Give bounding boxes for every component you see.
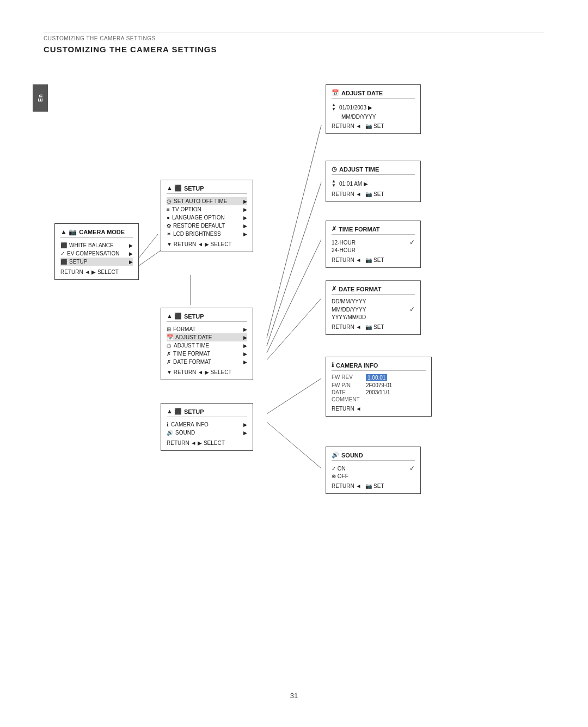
menu-item-setup[interactable]: ⬛ SETUP ▶	[60, 258, 133, 266]
ev-icon: ✓	[60, 251, 65, 256]
section-label: CUSTOMIZING THE CAMERA SETTINGS	[44, 35, 544, 41]
info-fwrev: FW REV 1.00.01	[332, 374, 426, 381]
check-12h: ✓	[409, 239, 415, 246]
menu-item-sound[interactable]: 🔊 SOUND ▶	[167, 429, 247, 437]
setup-icon-mid: ▲ ⬛	[167, 313, 182, 320]
popup-sound: 🔊 SOUND ✓ ON ✓ ⊗ OFF RETURN ◄ 📷 SET	[326, 447, 421, 494]
popup-adjust-time: ◷ ADJUST TIME ▲▼ 01:01 AM ▶ RETURN ◄ 📷 S…	[326, 161, 421, 202]
cal-icon: 📅	[167, 334, 173, 340]
datefmt-icon-popup: ✗	[332, 285, 336, 292]
fwpn-value: 2F0079-01	[366, 382, 392, 388]
popup-adjust-date: 📅 ADJUST DATE ▲▼ 01/01/2003 ▶ MM/DD/YYYY…	[326, 84, 421, 134]
menu-item-format[interactable]: ⊞ FORMAT ▶	[167, 325, 247, 333]
time-value: 01:01 AM ▶	[339, 181, 368, 187]
setup-icon-top: ▲ ⬛	[167, 185, 182, 192]
option-yyyymmdd[interactable]: YYYY/MM/DD	[332, 314, 415, 321]
sound-icon-menu: 🔊	[167, 430, 173, 436]
sound-title: 🔊 SOUND	[332, 451, 415, 461]
fwrev-value: 1.00.01	[366, 374, 387, 381]
side-tab: En	[33, 84, 48, 112]
top-rule	[44, 33, 544, 33]
info-icon-popup: ℹ	[332, 362, 334, 369]
setup-menu-top: ▲ ⬛ SETUP ◷ SET AUTO OFF TIME ▶ ≡ TV OPT…	[161, 180, 253, 252]
menu-item-autooff[interactable]: ◷ SET AUTO OFF TIME ▶	[167, 197, 247, 205]
menu-item-adjtime[interactable]: ◷ ADJUST TIME ▶	[167, 341, 247, 350]
popup-date-format: ✗ DATE FORMAT DD/MM/YYYY MM/DD/YYYY ✓ YY…	[326, 280, 421, 335]
lcd-icon: ✶	[167, 231, 171, 237]
setup-top-footer: ▼ RETURN ◄ ▶ SELECT	[167, 241, 247, 247]
option-12h[interactable]: 12-HOUR ✓	[332, 238, 415, 247]
setup-bot-footer: RETURN ◄ ▶ SELECT	[167, 440, 247, 446]
camera-info-title: ℹ CAMERA INFO	[332, 362, 426, 371]
info-date-value: 2003/11/1	[366, 389, 390, 395]
setup-mid-title: ▲ ⬛ SETUP	[167, 313, 247, 322]
menu-item-adjdate[interactable]: 📅 ADJUST DATE ▶	[167, 333, 247, 341]
menu-item-datefmt[interactable]: ✗ DATE FORMAT ▶	[167, 358, 247, 366]
timefmt-icon-popup: ✗	[332, 225, 336, 233]
info-comment: COMMENT	[332, 396, 426, 402]
option-24h[interactable]: 24-HOUR	[332, 247, 415, 254]
time-value-row: ▲▼ 01:01 AM ▶	[332, 179, 415, 188]
setup-top-title: ▲ ⬛ SETUP	[167, 185, 247, 194]
setup-icon-cam: ⬛	[60, 259, 67, 265]
clock-icon-popup: ◷	[332, 166, 337, 173]
menu-item-timefmt[interactable]: ✗ TIME FORMAT ▶	[167, 350, 247, 358]
camera-info-footer: RETURN ◄	[332, 406, 426, 412]
wb-icon: ⬛	[60, 242, 67, 248]
info-date: DATE 2003/11/1	[332, 389, 426, 395]
info-fwpn: FW P/N 2F0079-01	[332, 382, 426, 388]
date-format-footer: RETURN ◄ 📷 SET	[332, 324, 415, 330]
popup-time-format: ✗ TIME FORMAT 12-HOUR ✓ 24-HOUR RETURN ◄…	[326, 221, 421, 268]
option-on[interactable]: ✓ ON ✓	[332, 464, 415, 473]
menu-item-ev[interactable]: ✓ EV COMPENSATION ▶	[60, 249, 133, 258]
setup-menu-middle: ▲ ⬛ SETUP ⊞ FORMAT ▶ 📅 ADJUST DATE ▶ ◷ A…	[161, 308, 253, 380]
setup-bot-title: ▲ ⬛ SETUP	[167, 408, 247, 417]
setup-mid-footer: ▼ RETURN ◄ ▶ SELECT	[167, 369, 247, 375]
time-icon: ◷	[167, 343, 171, 349]
setup-menu-bottom: ▲ ⬛ SETUP ℹ CAMERA INFO ▶ 🔊 SOUND ▶ RETU…	[161, 403, 253, 451]
check-mmddyyyy: ✓	[409, 306, 415, 313]
camera-mode-footer: RETURN ◄ ▶ SELECT	[60, 269, 133, 275]
page-number: 31	[290, 692, 298, 700]
date-value: 01/01/2003 ▶	[339, 105, 372, 111]
format-icon: ⊞	[167, 326, 171, 332]
option-mmddyyyy[interactable]: MM/DD/YYYY ✓	[332, 305, 415, 314]
menu-item-restore[interactable]: ✿ RESTORE DEFAULT ▶	[167, 222, 247, 230]
adjust-date-title: 📅 ADJUST DATE	[332, 89, 415, 99]
date-format-title: ✗ DATE FORMAT	[332, 285, 415, 295]
info-icon: ℹ	[167, 421, 169, 427]
camera-icon: ▲ 📷	[60, 228, 77, 236]
cal-icon-popup: 📅	[332, 89, 339, 96]
option-off[interactable]: ⊗ OFF	[332, 473, 415, 480]
sound-footer: RETURN ◄ 📷 SET	[332, 483, 415, 489]
lang-icon: ●	[167, 215, 170, 221]
tv-icon: ≡	[167, 206, 170, 212]
sound-icon-popup: 🔊	[332, 451, 339, 459]
time-format-footer: RETURN ◄ 📷 SET	[332, 257, 415, 263]
adjust-time-title: ◷ ADJUST TIME	[332, 166, 415, 175]
adjust-date-footer: RETURN ◄ 📷 SET	[332, 123, 415, 129]
adjust-time-footer: RETURN ◄ 📷 SET	[332, 191, 415, 197]
menu-item-lang[interactable]: ● LANGUAGE OPTION ▶	[167, 213, 247, 222]
check-on: ✓	[409, 465, 415, 472]
datefmt-icon: ✗	[167, 359, 171, 365]
date-value-row: ▲▼ 01/01/2003 ▶	[332, 103, 415, 112]
option-ddmmyyyy[interactable]: DD/MM/YYYY	[332, 298, 415, 305]
page-title: CUSTOMIZING THE CAMERA SETTINGS	[44, 45, 544, 54]
clock-icon: ◷	[167, 198, 171, 204]
menu-item-caminfo[interactable]: ℹ CAMERA INFO ▶	[167, 420, 247, 429]
timefmt-icon: ✗	[167, 351, 171, 357]
setup-icon-bot: ▲ ⬛	[167, 408, 182, 415]
camera-mode-menu: ▲ 📷 CAMERA MODE ⬛ WHITE BALANCE ▶ ✓ EV C…	[54, 223, 139, 280]
camera-mode-title: ▲ 📷 CAMERA MODE	[60, 228, 133, 238]
menu-item-lcd[interactable]: ✶ LCD BRIGHTNESS ▶	[167, 230, 247, 238]
popup-camera-info: ℹ CAMERA INFO FW REV 1.00.01 FW P/N 2F00…	[326, 357, 432, 417]
menu-item-tvoption[interactable]: ≡ TV OPTION ▶	[167, 205, 247, 213]
restore-icon: ✿	[167, 223, 171, 229]
date-format-hint: MM/DD/YYYY	[332, 114, 415, 120]
menu-item-wb[interactable]: ⬛ WHITE BALANCE ▶	[60, 241, 133, 249]
time-format-title: ✗ TIME FORMAT	[332, 225, 415, 235]
